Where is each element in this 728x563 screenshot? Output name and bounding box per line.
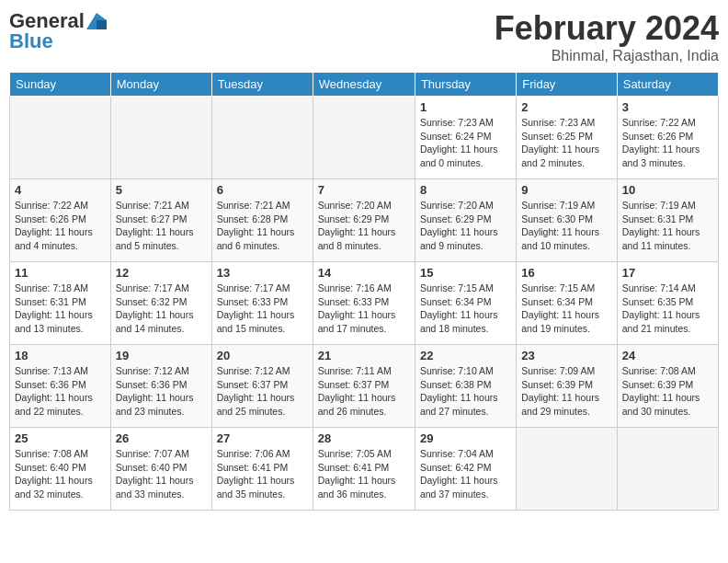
day-number: 8 <box>420 183 511 197</box>
col-header-monday: Monday <box>110 73 211 97</box>
day-number: 22 <box>420 349 511 362</box>
day-info: Sunrise: 7:14 AM Sunset: 6:35 PM Dayligh… <box>622 282 713 336</box>
day-number: 6 <box>217 183 308 197</box>
calendar-cell: 29Sunrise: 7:04 AM Sunset: 6:42 PM Dayli… <box>415 428 516 511</box>
calendar-cell <box>617 428 718 511</box>
day-number: 12 <box>116 266 207 280</box>
day-number: 19 <box>116 349 207 362</box>
calendar-table: SundayMondayTuesdayWednesdayThursdayFrid… <box>9 72 719 511</box>
day-info: Sunrise: 7:07 AM Sunset: 6:40 PM Dayligh… <box>116 447 207 501</box>
day-number: 3 <box>622 100 713 114</box>
calendar-cell: 9Sunrise: 7:19 AM Sunset: 6:30 PM Daylig… <box>517 179 617 262</box>
calendar-cell <box>110 97 211 179</box>
calendar-cell: 19Sunrise: 7:12 AM Sunset: 6:36 PM Dayli… <box>110 345 211 428</box>
calendar-cell: 25Sunrise: 7:08 AM Sunset: 6:40 PM Dayli… <box>10 428 111 511</box>
day-info: Sunrise: 7:09 AM Sunset: 6:39 PM Dayligh… <box>521 364 611 419</box>
calendar-cell: 22Sunrise: 7:10 AM Sunset: 6:38 PM Dayli… <box>415 345 516 428</box>
day-info: Sunrise: 7:21 AM Sunset: 6:28 PM Dayligh… <box>217 199 308 253</box>
logo-blue: Blue <box>9 29 53 53</box>
logo: General Blue <box>9 9 107 53</box>
calendar-cell: 2Sunrise: 7:23 AM Sunset: 6:25 PM Daylig… <box>517 97 617 179</box>
day-info: Sunrise: 7:05 AM Sunset: 6:41 PM Dayligh… <box>318 447 410 501</box>
day-number: 5 <box>116 183 207 197</box>
calendar-cell <box>313 97 415 179</box>
calendar-cell <box>10 97 111 179</box>
calendar-cell: 23Sunrise: 7:09 AM Sunset: 6:39 PM Dayli… <box>517 345 617 428</box>
day-info: Sunrise: 7:08 AM Sunset: 6:40 PM Dayligh… <box>15 447 106 501</box>
calendar-cell <box>517 428 617 511</box>
day-number: 25 <box>15 431 106 445</box>
day-number: 13 <box>217 266 308 280</box>
calendar-week-row: 25Sunrise: 7:08 AM Sunset: 6:40 PM Dayli… <box>10 428 719 511</box>
day-info: Sunrise: 7:18 AM Sunset: 6:31 PM Dayligh… <box>15 282 106 336</box>
day-info: Sunrise: 7:08 AM Sunset: 6:39 PM Dayligh… <box>622 364 713 419</box>
calendar-cell: 26Sunrise: 7:07 AM Sunset: 6:40 PM Dayli… <box>110 428 211 511</box>
day-info: Sunrise: 7:12 AM Sunset: 6:37 PM Dayligh… <box>217 364 308 419</box>
day-number: 18 <box>15 349 106 362</box>
col-header-sunday: Sunday <box>10 73 111 97</box>
day-info: Sunrise: 7:22 AM Sunset: 6:26 PM Dayligh… <box>622 116 713 170</box>
day-info: Sunrise: 7:17 AM Sunset: 6:32 PM Dayligh… <box>116 282 207 336</box>
day-info: Sunrise: 7:21 AM Sunset: 6:27 PM Dayligh… <box>116 199 207 253</box>
day-number: 11 <box>15 266 106 280</box>
calendar-cell: 16Sunrise: 7:15 AM Sunset: 6:34 PM Dayli… <box>517 262 617 345</box>
day-number: 9 <box>521 183 611 197</box>
day-info: Sunrise: 7:15 AM Sunset: 6:34 PM Dayligh… <box>521 282 611 336</box>
calendar-cell: 28Sunrise: 7:05 AM Sunset: 6:41 PM Dayli… <box>313 428 415 511</box>
day-number: 21 <box>318 349 410 362</box>
calendar-cell: 1Sunrise: 7:23 AM Sunset: 6:24 PM Daylig… <box>415 97 516 179</box>
location: Bhinmal, Rajasthan, India <box>495 48 719 64</box>
calendar-cell: 21Sunrise: 7:11 AM Sunset: 6:37 PM Dayli… <box>313 345 415 428</box>
col-header-saturday: Saturday <box>617 73 718 97</box>
calendar-week-row: 1Sunrise: 7:23 AM Sunset: 6:24 PM Daylig… <box>10 97 719 179</box>
day-number: 24 <box>622 349 713 362</box>
col-header-tuesday: Tuesday <box>211 73 313 97</box>
calendar-cell: 11Sunrise: 7:18 AM Sunset: 6:31 PM Dayli… <box>10 262 111 345</box>
day-info: Sunrise: 7:22 AM Sunset: 6:26 PM Dayligh… <box>15 199 106 253</box>
day-info: Sunrise: 7:20 AM Sunset: 6:29 PM Dayligh… <box>420 199 511 253</box>
day-info: Sunrise: 7:19 AM Sunset: 6:31 PM Dayligh… <box>622 199 713 253</box>
calendar-cell: 4Sunrise: 7:22 AM Sunset: 6:26 PM Daylig… <box>10 179 111 262</box>
day-number: 17 <box>622 266 713 280</box>
page-header: General Blue February 2024 Bhinmal, Raja… <box>9 9 719 64</box>
calendar-cell: 12Sunrise: 7:17 AM Sunset: 6:32 PM Dayli… <box>110 262 211 345</box>
day-number: 20 <box>217 349 308 362</box>
calendar-cell: 17Sunrise: 7:14 AM Sunset: 6:35 PM Dayli… <box>617 262 718 345</box>
day-number: 4 <box>15 183 106 197</box>
day-number: 15 <box>420 266 511 280</box>
day-number: 27 <box>217 431 308 445</box>
day-number: 16 <box>521 266 611 280</box>
calendar-week-row: 18Sunrise: 7:13 AM Sunset: 6:36 PM Dayli… <box>10 345 719 428</box>
day-info: Sunrise: 7:23 AM Sunset: 6:25 PM Dayligh… <box>521 116 611 170</box>
col-header-thursday: Thursday <box>415 73 516 97</box>
day-info: Sunrise: 7:19 AM Sunset: 6:30 PM Dayligh… <box>521 199 611 253</box>
month-year: February 2024 <box>495 9 719 48</box>
day-number: 29 <box>420 431 511 445</box>
day-number: 7 <box>318 183 410 197</box>
day-number: 2 <box>521 100 611 114</box>
calendar-header-row: SundayMondayTuesdayWednesdayThursdayFrid… <box>10 73 719 97</box>
calendar-week-row: 4Sunrise: 7:22 AM Sunset: 6:26 PM Daylig… <box>10 179 719 262</box>
svg-marker-1 <box>97 20 107 29</box>
day-info: Sunrise: 7:12 AM Sunset: 6:36 PM Dayligh… <box>116 364 207 419</box>
col-header-friday: Friday <box>517 73 617 97</box>
day-info: Sunrise: 7:13 AM Sunset: 6:36 PM Dayligh… <box>15 364 106 419</box>
calendar-cell: 6Sunrise: 7:21 AM Sunset: 6:28 PM Daylig… <box>211 179 313 262</box>
calendar-cell <box>211 97 313 179</box>
day-info: Sunrise: 7:20 AM Sunset: 6:29 PM Dayligh… <box>318 199 410 253</box>
day-info: Sunrise: 7:16 AM Sunset: 6:33 PM Dayligh… <box>318 282 410 336</box>
day-info: Sunrise: 7:17 AM Sunset: 6:33 PM Dayligh… <box>217 282 308 336</box>
calendar-cell: 20Sunrise: 7:12 AM Sunset: 6:37 PM Dayli… <box>211 345 313 428</box>
calendar-cell: 14Sunrise: 7:16 AM Sunset: 6:33 PM Dayli… <box>313 262 415 345</box>
day-number: 1 <box>420 100 511 114</box>
day-info: Sunrise: 7:11 AM Sunset: 6:37 PM Dayligh… <box>318 364 410 419</box>
day-number: 14 <box>318 266 410 280</box>
calendar-cell: 13Sunrise: 7:17 AM Sunset: 6:33 PM Dayli… <box>211 262 313 345</box>
day-info: Sunrise: 7:04 AM Sunset: 6:42 PM Dayligh… <box>420 447 511 501</box>
day-info: Sunrise: 7:23 AM Sunset: 6:24 PM Dayligh… <box>420 116 511 170</box>
day-number: 10 <box>622 183 713 197</box>
day-number: 26 <box>116 431 207 445</box>
calendar-cell: 3Sunrise: 7:22 AM Sunset: 6:26 PM Daylig… <box>617 97 718 179</box>
calendar-week-row: 11Sunrise: 7:18 AM Sunset: 6:31 PM Dayli… <box>10 262 719 345</box>
calendar-cell: 15Sunrise: 7:15 AM Sunset: 6:34 PM Dayli… <box>415 262 516 345</box>
